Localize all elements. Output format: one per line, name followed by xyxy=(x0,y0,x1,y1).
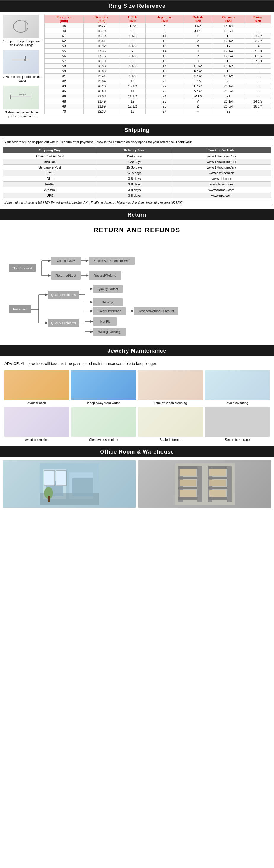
svg-marker-41 xyxy=(90,288,93,290)
shipping-intro: Your orders will be shipped out within 4… xyxy=(3,138,271,145)
ring-step-1: 1.Prepare a slip of paper and tie it on … xyxy=(3,14,42,47)
ring-step-2: 2.Mark on the junction on the paper xyxy=(3,50,42,83)
svg-marker-55 xyxy=(90,310,93,312)
jewelry-item-label: Sealed storoge xyxy=(138,438,203,441)
table-row: 6821.491225Y21 1/424 1/2 xyxy=(45,99,271,104)
shipping-note: If your order cost exceed US $150, We wi… xyxy=(3,200,271,206)
table-row: 6320.2010 1/222U 1/220 1/4··· xyxy=(45,84,271,89)
office-image-2 xyxy=(138,460,271,508)
svg-rect-98 xyxy=(209,490,226,497)
jewelry-item-label: Avoid friction xyxy=(4,401,69,405)
ring-step-1-text: 1.Prepare a slip of paper and tie it on … xyxy=(3,39,42,47)
svg-marker-19 xyxy=(86,259,89,262)
svg-rect-76 xyxy=(44,471,55,486)
ring-table-header-german: Germansize xyxy=(212,15,245,23)
table-row: 5718.19816Q1817 3/4 xyxy=(45,59,271,64)
ring-instructions: 1.Prepare a slip of paper and tie it on … xyxy=(3,14,42,121)
jewelry-img-7 xyxy=(205,407,270,437)
svg-text:Resend/Refund: Resend/Refund xyxy=(94,274,116,277)
table-row: 6621.0811 1/224W 1/221··· xyxy=(45,94,271,99)
jewelry-item: Sealed storoge xyxy=(138,407,203,441)
jewelry-img-2 xyxy=(138,370,203,400)
svg-rect-95 xyxy=(180,490,196,497)
svg-text:Not Fit: Not Fit xyxy=(100,320,110,323)
jewelry-img-0 xyxy=(4,370,69,400)
ring-step-2-image xyxy=(3,50,38,74)
ring-step-1-image xyxy=(3,14,38,38)
table-row: 6921.8912 1/226Z21 3/428 3/4 xyxy=(45,104,271,109)
jewelry-header: Jewelry Maintenance xyxy=(0,345,274,356)
svg-marker-45 xyxy=(90,301,93,303)
svg-text:Returned/Lost: Returned/Lost xyxy=(55,274,76,277)
return-section: Return RETURN AND REFUNDS Not Received O… xyxy=(0,209,274,345)
shipping-col-tracking: Tracking Website xyxy=(172,147,271,153)
svg-rect-79 xyxy=(48,496,50,502)
jewelry-img-4 xyxy=(4,407,69,437)
jewelry-item-label: Take off when sleeping xyxy=(138,401,203,405)
table-row: Singapore Post15-35 dayswww.17track.net/… xyxy=(3,165,271,170)
svg-marker-35 xyxy=(45,293,48,296)
jewelry-item-label: Keep away from water xyxy=(72,401,136,405)
svg-rect-6 xyxy=(10,96,31,97)
return-header: Return xyxy=(0,210,274,220)
jewelry-item: Avoid cosmetics xyxy=(4,407,69,441)
ring-size-header: Ring Size Reference xyxy=(0,1,274,11)
svg-marker-49 xyxy=(45,322,48,324)
svg-text:Resend/Refund/Discount: Resend/Refund/Discount xyxy=(138,309,174,313)
jewelry-advice: ADVICE: ALL jewelries will fade as time … xyxy=(4,361,270,367)
jewelry-img-5 xyxy=(72,407,136,437)
svg-marker-59 xyxy=(131,310,134,312)
table-row: 5818.538 1/217Q 1/218 1/2··· xyxy=(45,64,271,69)
jewelry-img-3 xyxy=(205,370,270,400)
shipping-col-way: Shipping Way xyxy=(3,147,97,153)
table-row: 5216.51612M16 1/212 3/4 xyxy=(45,38,271,43)
svg-rect-93 xyxy=(180,469,196,476)
shipping-header: Shipping xyxy=(0,125,274,136)
table-row: 5517.35714O17 1/415 1/4 xyxy=(45,49,271,54)
jewelry-item: Clean with soft cloth xyxy=(72,407,136,441)
ring-step-3-text: 3.Measure the length then get the circum… xyxy=(3,111,42,118)
svg-text:Color Difference: Color Difference xyxy=(98,309,121,313)
table-row: EMS5-15 dayswww.ems.com.cn xyxy=(3,170,271,176)
shipping-section: Shipping Your orders will be shipped out… xyxy=(0,124,274,209)
svg-rect-2 xyxy=(21,20,27,21)
svg-text:Please Be Patient To Wait: Please Be Patient To Wait xyxy=(93,259,131,262)
jewelry-section: Jewelry Maintenance ADVICE: ALL jewelrie… xyxy=(0,345,274,446)
return-title: RETURN AND REFUNDS xyxy=(6,226,268,234)
jewelry-item-label: Clean with soft cloth xyxy=(72,438,136,441)
table-row: 6119.419 1/219S 1/219 1/2··· xyxy=(45,74,271,79)
ring-size-section: Ring Size Reference 1.Prepare a slip of … xyxy=(0,0,274,124)
table-row: 6520.681123V 1/220 3/4··· xyxy=(45,89,271,94)
jewelry-img-6 xyxy=(138,407,203,437)
table-row: 4915.7059J 1/215 3/4··· xyxy=(45,28,271,33)
jewelry-item: Avoid sweating xyxy=(205,370,270,405)
svg-marker-67 xyxy=(90,331,93,333)
return-flow-svg: Not Received On The Way Please Be Patien… xyxy=(6,243,267,338)
ring-table-header-british: Britishsize xyxy=(184,15,212,23)
svg-rect-96 xyxy=(209,469,226,476)
table-row: UPS3-8 dayswww.ups.com xyxy=(3,193,271,198)
svg-rect-3 xyxy=(12,59,30,61)
svg-rect-1 xyxy=(25,22,26,31)
return-header-title: Return xyxy=(128,212,146,218)
table-row: 5116.105 1/211L1611 3/4 xyxy=(45,33,271,38)
ring-table-header-swiss: Swisssize xyxy=(245,15,271,23)
svg-rect-86 xyxy=(197,466,202,502)
svg-text:Not Received: Not Received xyxy=(12,266,32,270)
jewelry-item: Avoid friction xyxy=(4,370,69,405)
svg-text:length: length xyxy=(19,93,26,96)
jewelry-item: Take off when sleeping xyxy=(138,370,203,405)
svg-marker-63 xyxy=(90,320,93,322)
office-images xyxy=(3,460,271,508)
svg-rect-92 xyxy=(227,466,231,502)
svg-rect-94 xyxy=(180,479,196,486)
svg-text:On The Way: On The Way xyxy=(57,259,75,262)
svg-rect-77 xyxy=(56,471,66,486)
table-row: 5316.926 1/213N1714 xyxy=(45,43,271,49)
ring-size-title: Ring Size Reference xyxy=(109,3,165,9)
shipping-table: Shipping Way Delivery Time Tracking Webs… xyxy=(3,147,271,198)
jewelry-item-label: Separate storage xyxy=(205,438,270,441)
svg-point-4 xyxy=(24,59,26,61)
table-row: 5617.757 1/215P17 3/416 1/2 xyxy=(45,54,271,59)
office-header: Office Room & Warehouse xyxy=(0,446,274,457)
